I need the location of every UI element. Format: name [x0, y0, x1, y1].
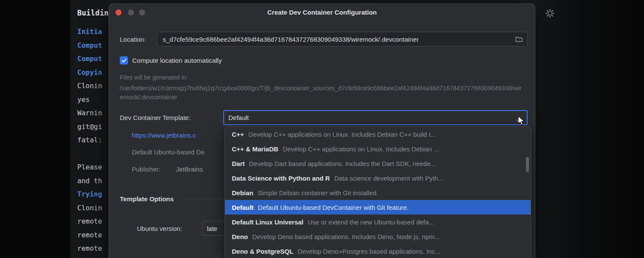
screen: Buildin Initia Comput Comput Copyin Clon…: [0, 0, 644, 258]
console-line: Clonin: [77, 79, 110, 93]
console-lines: Initia Comput Comput Copyin Clonin yes W…: [77, 25, 110, 255]
template-link[interactable]: https://www.jetbrains.c: [132, 132, 196, 139]
option-desc: Develop Deno+Postgres based applications…: [298, 248, 440, 255]
option-desc: Develop C++ applications on Linux. Inclu…: [283, 145, 439, 153]
template-option[interactable]: Data Science with Python and R Data scie…: [225, 171, 531, 185]
loading-spinner-icon: [545, 8, 555, 18]
console-line: [77, 147, 110, 161]
zoom-button[interactable]: [139, 9, 145, 15]
console-output[interactable]: Buildin Initia Comput Comput Copyin Clon…: [77, 9, 110, 256]
template-row: Dev Container Template: Default: [120, 110, 528, 125]
dialog-title: Create Dev Container Configuration: [109, 4, 535, 21]
console-line: remote: [77, 215, 110, 228]
option-desc: Develop Deno based applications. Include…: [252, 233, 440, 240]
console-line: Please: [77, 160, 110, 174]
option-desc: Develop C++ applications on Linux. Inclu…: [248, 131, 436, 138]
template-dropdown-popup: C++ Develop C++ applications on Linux. I…: [225, 126, 531, 258]
console-line: fatal:: [77, 133, 110, 147]
folder-icon[interactable]: [515, 36, 523, 42]
option-desc: Default Ubuntu-based DevContainer with G…: [258, 204, 409, 211]
template-options-header: Template Options: [120, 195, 174, 203]
template-selected-value: Default: [228, 114, 516, 121]
option-name: C++: [232, 131, 244, 138]
console-line: remote: [77, 242, 110, 255]
option-name: Data Science with Python and R: [232, 175, 330, 182]
generated-path: /var/folders/w1/n3rrmqzj7hv6fwj1q7rcg4xw…: [120, 84, 522, 102]
console-line: yes: [77, 93, 110, 107]
console-line: git@gi: [77, 120, 110, 134]
option-name: Debian: [232, 189, 253, 197]
option-name: Deno: [232, 233, 248, 240]
option-desc: Data science development with Pyth...: [334, 175, 443, 182]
close-button[interactable]: [115, 9, 122, 15]
generated-note: Files will be generated in:: [120, 74, 188, 81]
location-field: [157, 32, 528, 46]
location-row: Location:: [120, 31, 528, 47]
console-line: Initia: [77, 25, 110, 39]
console-line: Comput: [77, 52, 110, 66]
publisher-label: Publisher:: [132, 166, 161, 173]
publisher-value: JetBrains: [176, 166, 203, 173]
location-input[interactable]: [162, 35, 512, 43]
console-line: Copyin: [77, 66, 110, 80]
template-option[interactable]: Dart Develop Dart based applications. In…: [225, 156, 531, 171]
dialog-titlebar: Create Dev Container Configuration: [109, 4, 535, 21]
console-line: Trying: [77, 187, 110, 201]
option-name: Dart: [232, 160, 245, 167]
console-line: Warnin: [77, 106, 110, 120]
option-name: C++ & MariaDB: [232, 145, 278, 153]
ubuntu-version-value: late: [207, 225, 217, 232]
template-option[interactable]: Deno Develop Deno based applications. In…: [225, 229, 531, 244]
compute-location-row: Compute location automatically: [120, 56, 222, 64]
console-title: Buildin: [77, 9, 110, 17]
option-desc: Use or extend the new Ubuntu-based defa.…: [308, 218, 434, 226]
template-option[interactable]: Default Linux Universal Use or extend th…: [225, 215, 531, 229]
template-label: Dev Container Template:: [120, 114, 223, 121]
template-option[interactable]: Deno & PostgreSQL Develop Deno+Postgres …: [225, 244, 531, 258]
option-name: Default: [232, 204, 254, 211]
template-option-selected[interactable]: Default Default Ubuntu-based DevContaine…: [225, 200, 531, 215]
template-option[interactable]: C++ & MariaDB Develop C++ applications o…: [225, 141, 531, 156]
template-description: Default Ubuntu-based De: [132, 148, 204, 156]
option-name: Deno & PostgreSQL: [232, 248, 293, 255]
dropdown-scrollbar-thumb[interactable]: [526, 157, 529, 172]
console-line: Clonin: [77, 201, 110, 215]
option-name: Default Linux Universal: [232, 218, 304, 226]
compute-location-checkbox[interactable]: [120, 56, 128, 64]
console-line: Comput: [77, 39, 110, 52]
console-line: and th: [77, 174, 110, 188]
template-combobox[interactable]: Default: [223, 110, 528, 125]
template-publisher: Publisher:JetBrains: [132, 166, 203, 173]
ubuntu-version-label: Ubuntu version:: [137, 225, 197, 232]
mouse-cursor: [517, 116, 527, 128]
compute-location-label: Compute location automatically: [132, 57, 222, 64]
console-line: remote: [77, 228, 110, 242]
option-desc: Simple Debian container with Git install…: [258, 189, 378, 197]
template-option[interactable]: C++ Develop C++ applications on Linux. I…: [225, 127, 531, 141]
option-desc: Develop Dart based applications. Include…: [249, 160, 436, 167]
minimize-button[interactable]: [128, 9, 134, 15]
template-option[interactable]: Debian Simple Debian container with Git …: [225, 185, 531, 200]
location-label: Location:: [120, 36, 157, 43]
